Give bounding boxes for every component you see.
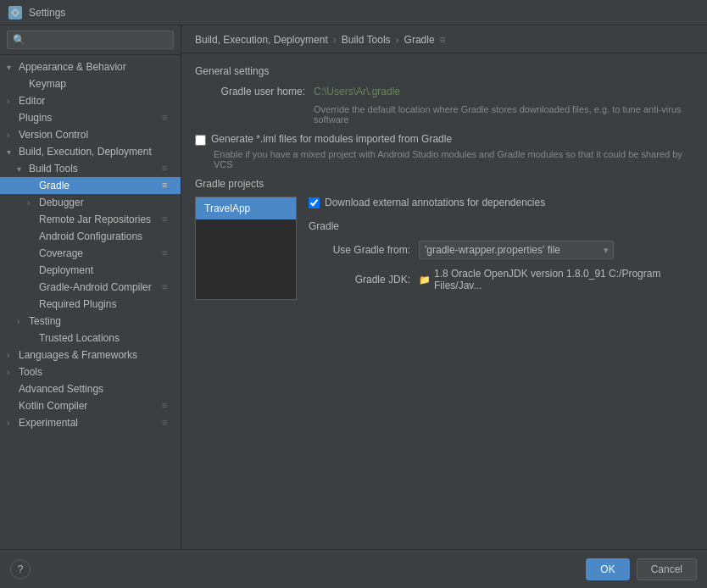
- chevron-down-icon: ▾: [17, 164, 27, 174]
- sidebar-item-testing[interactable]: › Testing: [0, 313, 181, 330]
- gradle-projects-section: Gradle projects TravelApp Do: [195, 178, 693, 300]
- settings-content-area: Build, Execution, Deployment › Build Too…: [181, 25, 707, 549]
- window-title: Settings: [29, 7, 65, 19]
- search-box[interactable]: [0, 25, 181, 55]
- sidebar-item-label: Tools: [19, 366, 174, 378]
- sidebar-item-languages[interactable]: › Languages & Frameworks: [0, 347, 181, 363]
- sidebar-item-build-exec-deploy[interactable]: ▾ Build, Execution, Deployment: [0, 143, 181, 160]
- general-settings-section: General settings Gradle user home: C:\Us…: [195, 65, 693, 169]
- breadcrumb-item-build[interactable]: Build, Execution, Deployment: [195, 34, 328, 46]
- search-input[interactable]: [7, 31, 174, 49]
- gradle-right-panel: Download external annotations for depend…: [309, 197, 693, 300]
- gear-icon: ≡: [162, 247, 174, 259]
- breadcrumb-item-gradle: Gradle: [404, 34, 435, 46]
- sidebar-item-label: Coverage: [39, 247, 162, 259]
- sidebar-item-debugger[interactable]: › Debugger: [0, 194, 181, 211]
- chevron-right-icon: ›: [7, 97, 17, 106]
- sidebar-item-label: Android Configurations: [39, 230, 174, 242]
- sidebar-item-remote-jar[interactable]: Remote Jar Repositories ≡: [0, 211, 181, 228]
- gradle-jdk-text: 1.8 Oracle OpenJDK version 1.8.0_91 C:/P…: [434, 268, 693, 291]
- question-mark-icon: ?: [18, 563, 24, 575]
- sidebar-item-label: Debugger: [39, 197, 174, 208]
- sidebar-item-tools[interactable]: › Tools: [0, 363, 181, 380]
- sidebar-item-coverage[interactable]: Coverage ≡: [0, 245, 181, 262]
- sidebar-item-label: Deployment: [39, 264, 174, 276]
- cancel-button[interactable]: Cancel: [637, 558, 697, 580]
- download-annotations-checkbox[interactable]: [309, 197, 320, 208]
- gradle-jdk-value: 📁 1.8 Oracle OpenJDK version 1.8.0_91 C:…: [419, 268, 693, 291]
- breadcrumb-separator: ›: [333, 34, 337, 46]
- sidebar-item-kotlin-compiler[interactable]: Kotlin Compiler ≡: [0, 397, 181, 414]
- sidebar-item-label: Gradle: [39, 180, 162, 191]
- sidebar-item-plugins[interactable]: Plugins ≡: [0, 109, 181, 126]
- sidebar-item-gradle[interactable]: Gradle ≡: [0, 177, 181, 194]
- sidebar-item-label: Required Plugins: [39, 298, 174, 310]
- generate-iml-checkbox[interactable]: [195, 135, 206, 146]
- gear-icon: ≡: [162, 400, 174, 412]
- use-gradle-from-select[interactable]: 'gradle-wrapper.properties' file Specifi…: [419, 241, 614, 259]
- use-gradle-from-select-wrapper: 'gradle-wrapper.properties' file Specifi…: [419, 241, 614, 259]
- help-button[interactable]: ?: [10, 559, 31, 580]
- download-annotations-label: Download external annotations for depend…: [325, 197, 545, 208]
- sidebar-item-label: Gradle-Android Compiler: [39, 281, 162, 293]
- main-content: ▾ Appearance & Behavior Keymap › Editor …: [0, 25, 707, 549]
- generate-iml-label: Generate *.iml files for modules importe…: [211, 133, 452, 145]
- chevron-right-icon: ›: [7, 368, 17, 377]
- chevron-down-icon: ▾: [7, 147, 17, 157]
- sidebar-item-advanced-settings[interactable]: Advanced Settings: [0, 380, 181, 397]
- project-list: TravelApp: [195, 197, 297, 300]
- sidebar-item-required-plugins[interactable]: Required Plugins: [0, 296, 181, 313]
- sidebar-item-label: Version Control: [19, 129, 174, 141]
- svg-point-0: [13, 10, 18, 15]
- breadcrumb-item-build-tools[interactable]: Build Tools: [342, 34, 391, 46]
- gradle-sub-title: Gradle: [309, 220, 693, 232]
- sidebar-item-label: Keymap: [29, 78, 174, 90]
- gradle-settings-panel: General settings Gradle user home: C:\Us…: [181, 53, 707, 549]
- gradle-jdk-row: Gradle JDK: 📁 1.8 Oracle OpenJDK version…: [309, 268, 693, 291]
- gradle-user-home-hint: Override the default location where Grad…: [314, 104, 693, 125]
- chevron-right-icon: ›: [17, 317, 27, 326]
- sidebar-item-label: Trusted Locations: [39, 332, 174, 344]
- chevron-right-icon: ›: [7, 130, 17, 140]
- ok-button[interactable]: OK: [586, 558, 629, 580]
- project-item-travelapp[interactable]: TravelApp: [196, 197, 296, 219]
- chevron-right-icon: ›: [27, 198, 37, 208]
- gradle-projects-title: Gradle projects: [195, 178, 693, 190]
- sidebar-item-label: Editor: [19, 95, 174, 107]
- sidebar-item-label: Build Tools: [29, 163, 162, 175]
- gear-icon: ≡: [162, 180, 174, 191]
- breadcrumb: Build, Execution, Deployment › Build Too…: [181, 25, 707, 53]
- sidebar-item-label: Remote Jar Repositories: [39, 214, 162, 225]
- gradle-jdk-label: Gradle JDK:: [309, 274, 410, 286]
- settings-window: Settings ▾ Appearance & Behavior Keymap: [0, 0, 707, 588]
- title-bar: Settings: [0, 0, 707, 25]
- sidebar-item-gradle-android[interactable]: Gradle-Android Compiler ≡: [0, 279, 181, 296]
- gear-icon: ≡: [162, 417, 174, 429]
- sidebar-item-version-control[interactable]: › Version Control: [0, 126, 181, 143]
- sidebar: ▾ Appearance & Behavior Keymap › Editor …: [0, 25, 181, 549]
- chevron-right-icon: ›: [7, 419, 17, 428]
- gear-icon: ≡: [162, 281, 174, 293]
- chevron-down-icon: ▾: [7, 63, 17, 72]
- sidebar-item-label: Kotlin Compiler: [19, 400, 162, 412]
- sidebar-item-experimental[interactable]: › Experimental ≡: [0, 414, 181, 431]
- sidebar-item-label: Experimental: [19, 417, 162, 429]
- sidebar-item-trusted-locations[interactable]: Trusted Locations: [0, 330, 181, 347]
- generate-iml-row: Generate *.iml files for modules importe…: [195, 133, 693, 146]
- sidebar-item-android-config[interactable]: Android Configurations: [0, 228, 181, 245]
- folder-icon: 📁: [419, 275, 431, 286]
- gradle-user-home-row: Gradle user home: C:\Users\Ar\.gradle: [195, 86, 693, 97]
- sidebar-item-label: Languages & Frameworks: [19, 349, 174, 361]
- sidebar-item-build-tools[interactable]: ▾ Build Tools ≡: [0, 160, 181, 177]
- sidebar-item-label: Appearance & Behavior: [19, 61, 174, 73]
- sidebar-item-editor[interactable]: › Editor: [0, 92, 181, 109]
- sidebar-item-appearance[interactable]: ▾ Appearance & Behavior: [0, 58, 181, 75]
- breadcrumb-menu-icon[interactable]: ≡: [440, 34, 446, 46]
- use-gradle-from-row: Use Gradle from: 'gradle-wrapper.propert…: [309, 241, 693, 259]
- sidebar-item-deployment[interactable]: Deployment: [0, 262, 181, 279]
- gear-icon: ≡: [162, 214, 174, 225]
- gradle-user-home-value: C:\Users\Ar\.gradle: [314, 86, 400, 97]
- sidebar-item-keymap[interactable]: Keymap: [0, 75, 181, 92]
- sidebar-item-label: Build, Execution, Deployment: [19, 146, 174, 158]
- projects-layout: TravelApp Download external annotations …: [195, 197, 693, 300]
